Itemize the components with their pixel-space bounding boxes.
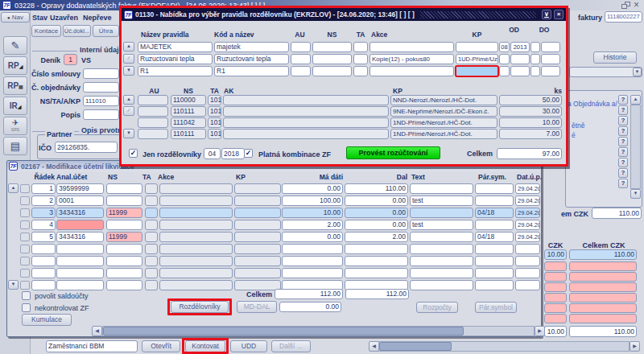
restore-button[interactable] [621,2,630,9]
udd-button[interactable]: UDD [230,340,267,352]
cell-dal[interactable]: 110.00 [345,183,408,194]
cell-akce[interactable] [159,268,233,278]
h-scrollbar-thumb[interactable] [103,327,464,335]
detail-ak[interactable] [223,117,389,128]
rule-ta[interactable] [353,42,368,52]
rule-od-rok[interactable] [510,66,530,76]
cell-kp[interactable] [234,280,281,290]
cell-anal[interactable]: 39599999 [56,183,104,194]
scroll-up-button[interactable]: ▲ [8,183,19,193]
rule-au[interactable] [291,66,311,76]
cell-ta[interactable] [145,268,158,278]
detail-ks[interactable]: 7.00 [499,129,562,139]
sidebar-icon-form[interactable]: ▤ [3,137,27,155]
cell-radek[interactable] [31,280,56,290]
cell-md[interactable]: 0.00 [282,232,343,242]
close-button[interactable]: × [634,0,639,10]
rule-kod[interactable]: majetek [214,42,289,52]
resize-handle-icon[interactable]: ∕ [123,106,134,116]
jen-rozdelovniky-checkbox[interactable]: ✓ [129,149,138,158]
cell-kp[interactable] [234,232,281,242]
rule-kod[interactable]: Ruzuctovani tepla [214,54,289,64]
cell-kp[interactable] [234,183,281,194]
cell-md[interactable]: 100.00 [282,196,343,206]
detail-kp[interactable]: 1ND-Přímé/Nerozl./HČ-Dot. [390,117,497,128]
help-button[interactable]: ? [618,179,628,188]
detail-ks[interactable]: 30.00 [499,106,562,117]
cell-anal[interactable] [56,256,104,266]
uc-dokl-button[interactable]: Úč.dokl... [63,25,91,37]
help-button[interactable]: ? [618,168,628,178]
cell-text[interactable] [410,256,473,266]
cell-text[interactable]: test [410,220,473,230]
scroll-up-button[interactable]: ▲ [630,95,641,105]
rule-nazev[interactable]: Ruzuctovani tepla [138,54,213,64]
rule-ns[interactable] [312,66,352,76]
link-objednavka[interactable]: a Objednávka a/n [568,100,617,108]
detail-ks[interactable]: 10.00 [499,117,562,128]
detail-ks[interactable]: 50.00 [499,95,562,105]
help-button[interactable]: ? [618,105,628,115]
cell-text[interactable] [410,268,473,278]
cell-md[interactable] [282,244,343,254]
dropdown-arrow-icon[interactable]: ▼ [633,68,642,76]
cell-par[interactable] [475,196,514,206]
detail-ta[interactable]: 101 [208,117,221,128]
povolit-saldoucty-checkbox[interactable] [22,291,31,300]
detail-kp[interactable]: 9NE-Nepřímé/Nerozl./DČ-Ekon.č. [390,106,497,117]
rule-od-mesic[interactable] [499,66,510,76]
cell-kp[interactable] [234,220,281,230]
cell-radek[interactable]: 4 [31,220,56,230]
rule-akce[interactable] [369,66,454,76]
dropdown-field[interactable] [569,67,642,77]
rule-nazev[interactable]: R1 [138,66,213,76]
detail-ak[interactable] [223,106,389,117]
cell-radek[interactable]: 1 [31,183,56,194]
rule-od-mesic[interactable] [499,54,510,64]
cell-ns[interactable] [106,244,142,254]
cell-dal[interactable] [345,256,408,266]
cell-radek[interactable] [31,244,56,254]
help-button[interactable]: ? [618,137,628,146]
cell-par[interactable] [475,268,514,278]
rule-ns[interactable] [312,54,352,64]
cell-ns[interactable] [106,196,142,206]
row-checkbox[interactable] [20,208,30,217]
cell-ta[interactable] [145,256,158,266]
otevrit-button[interactable]: Otevřít [142,340,180,352]
cell-dat[interactable]: 29.04.201 [515,183,540,194]
ico-field[interactable]: 29126835. [55,142,118,153]
md-dal-button[interactable]: MD-DAL [237,301,277,313]
cell-anal[interactable]: 3434316 [56,208,104,218]
cell-ns[interactable] [106,256,142,266]
cell-ns[interactable] [106,220,142,230]
cell-ta[interactable] [145,232,158,242]
cell-anal[interactable]: 3434316 [56,232,104,242]
resize-handle-icon[interactable]: ∕ [123,54,134,64]
cell-dat[interactable] [515,256,540,266]
template-field[interactable]: Zaměstnanci BBM [46,340,138,352]
rule-do-mesic[interactable] [530,42,540,52]
scroll-right-button[interactable]: ▶ [630,341,640,352]
row-checkbox[interactable] [20,233,30,241]
minimize-button[interactable]: ∨ [542,10,551,19]
cell-anal[interactable] [56,244,104,254]
cell-radek[interactable] [31,256,56,266]
scrollbar-track[interactable] [630,105,641,189]
scroll-down-button[interactable]: ▼ [123,66,134,76]
cell-akce[interactable] [159,232,233,242]
rule-do-rok[interactable] [541,66,560,76]
cell-ns[interactable]: 11999 [106,208,142,218]
rozpocty-button[interactable]: Rozpočty [416,302,458,313]
detail-ak[interactable] [223,129,389,139]
scroll-down-button[interactable]: ▼ [123,129,134,138]
scroll-left-button[interactable]: ◀ [92,326,102,336]
cell-ta[interactable] [145,220,158,230]
detail-ta[interactable]: 101 [208,95,221,105]
cell-radek[interactable]: 5 [31,232,56,242]
cell-radek[interactable]: 3 [31,208,56,218]
scroll-up-button[interactable]: ▲ [123,42,134,51]
rule-kod[interactable]: R1 [214,66,289,76]
provest-rozuctovani-button[interactable]: Provést rozúčtování [346,146,440,159]
rule-kp[interactable]: 1UD-Přímé/Uz [456,54,498,64]
